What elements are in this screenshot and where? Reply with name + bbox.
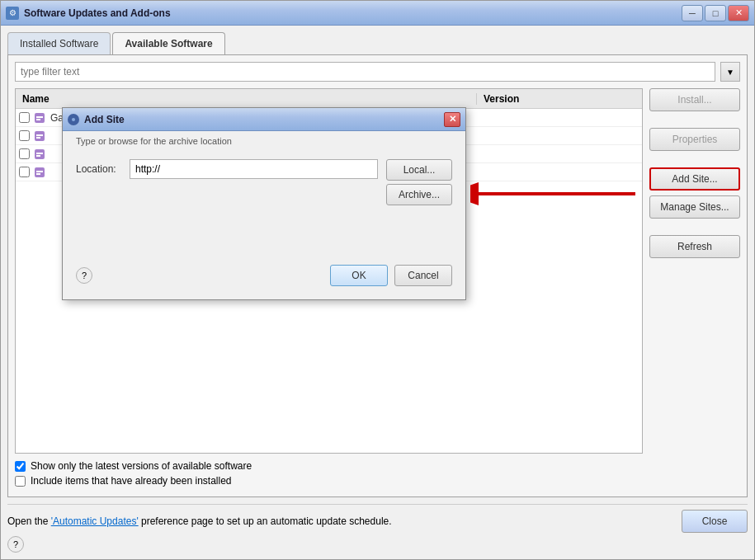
- dialog-title-bar: Add Site ✕: [63, 108, 465, 131]
- ok-cancel-buttons: OK Cancel: [330, 265, 452, 286]
- ok-button[interactable]: OK: [330, 265, 388, 286]
- dialog-icon: [68, 114, 79, 125]
- dialog-help-icon[interactable]: ?: [76, 267, 92, 284]
- dialog-title: Add Site: [84, 114, 444, 125]
- modal-overlay: Add Site ✕ Type or browse for the archiv…: [0, 0, 755, 560]
- dialog-subtitle: Type or browse for the archive location: [63, 131, 465, 146]
- local-button[interactable]: Local...: [386, 159, 452, 181]
- dialog-close-button[interactable]: ✕: [444, 112, 460, 127]
- dialog-body: Location: Local... Archive... ? OK Cance…: [63, 146, 465, 299]
- main-window: ⚙ Software Updates and Add-ons ─ □ ✕ Ins…: [0, 0, 755, 560]
- archive-button[interactable]: Archive...: [386, 184, 452, 205]
- location-input[interactable]: [130, 159, 378, 179]
- red-arrow: [470, 173, 652, 217]
- svg-point-15: [72, 118, 75, 121]
- add-site-dialog: Add Site ✕ Type or browse for the archiv…: [62, 107, 466, 300]
- location-row: Location:: [76, 159, 378, 179]
- location-label: Location:: [76, 163, 121, 175]
- cancel-button[interactable]: Cancel: [394, 265, 452, 286]
- dialog-bottom-row: ? OK Cancel: [76, 265, 452, 286]
- dialog-side-buttons: Local... Archive...: [386, 159, 452, 205]
